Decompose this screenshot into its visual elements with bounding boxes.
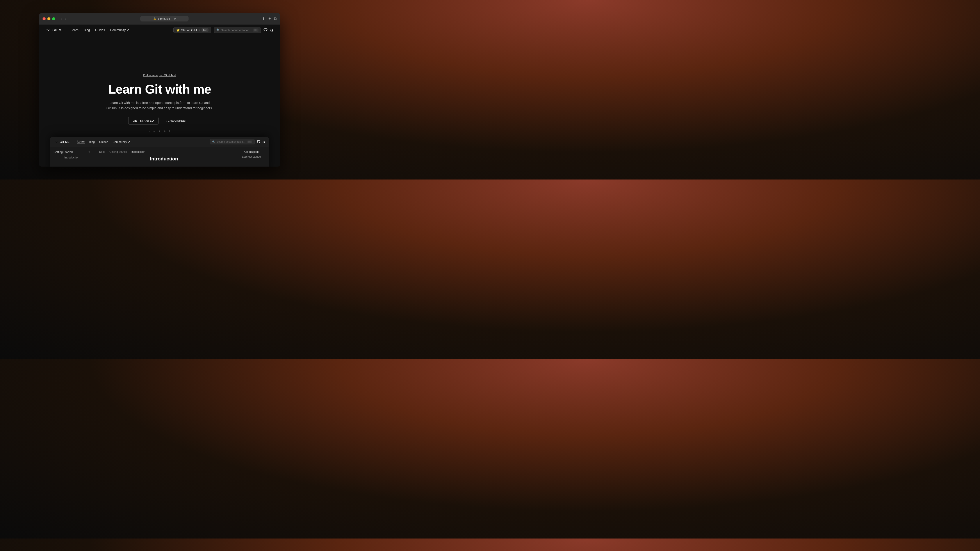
- share-button[interactable]: ⬆: [262, 16, 265, 21]
- docs-nav-right: 🔍 Search documentation... ⌘k ◑: [210, 139, 265, 144]
- breadcrumb: Docs › Getting Started › Introduction: [99, 150, 229, 153]
- terminal-command: ~ git init: [153, 130, 170, 133]
- site-content: ⌥ GIT ME Learn Blog Guides Community ↗ ⭐…: [39, 25, 280, 167]
- maximize-button[interactable]: [52, 17, 55, 21]
- terminal-hint: >_ ~ git init: [149, 130, 170, 133]
- nav-link-community[interactable]: Community ↗: [110, 28, 129, 32]
- site-navbar: ⌥ GIT ME Learn Blog Guides Community ↗ ⭐…: [39, 25, 280, 36]
- docs-logo-text: GIT ME: [60, 140, 70, 144]
- browser-actions: ⬆ + ⧉: [262, 16, 277, 21]
- tabs-button[interactable]: ⧉: [274, 16, 277, 21]
- docs-navbar: ⌥ GIT ME Learn Blog Guides Community ↗ 🔍…: [50, 137, 269, 147]
- docs-search-icon: 🔍: [212, 140, 215, 143]
- sidebar-chevron-icon: ∨: [88, 151, 90, 153]
- url-input[interactable]: 🔒 gitme.live ↻: [140, 16, 189, 21]
- docs-nav-community[interactable]: Community ↗: [113, 140, 130, 144]
- theme-toggle-icon[interactable]: ◑: [270, 28, 273, 32]
- reload-icon[interactable]: ↻: [173, 17, 176, 21]
- minimize-button[interactable]: [47, 17, 51, 21]
- nav-arrows: ‹ ›: [60, 16, 67, 21]
- nav-link-blog[interactable]: Blog: [84, 28, 90, 32]
- docs-nav-guides[interactable]: Guides: [99, 140, 108, 144]
- sidebar-section-title: Getting Started: [54, 150, 73, 154]
- nav-links: Learn Blog Guides Community ↗: [71, 28, 173, 32]
- browser-window: ‹ › 🔒 gitme.live ↻ ⬆ + ⧉ ⌥ GIT ME Learn: [39, 13, 280, 167]
- breadcrumb-getting-started[interactable]: Getting Started: [110, 150, 127, 153]
- docs-main-content: Docs › Getting Started › Introduction In…: [94, 147, 234, 167]
- search-icon: 🔍: [216, 29, 220, 32]
- browser-titlebar: ‹ › 🔒 gitme.live ↻ ⬆ + ⧉: [39, 13, 280, 25]
- logo-text: GIT ME: [52, 28, 64, 32]
- docs-theme-icon[interactable]: ◑: [262, 140, 265, 144]
- docs-page-title: Introduction: [99, 156, 229, 162]
- hero-buttons: GET STARTED ↓ CHEATSHEET: [128, 117, 191, 124]
- docs-nav-learn[interactable]: Learn: [77, 140, 84, 144]
- breadcrumb-current: Introduction: [131, 150, 145, 153]
- github-star-icon: ⭐: [176, 29, 180, 32]
- github-icon[interactable]: [264, 28, 267, 33]
- star-github-button[interactable]: ⭐ Star on GitHub 148: [173, 27, 212, 33]
- nav-link-learn[interactable]: Learn: [71, 28, 78, 32]
- nav-link-guides[interactable]: Guides: [95, 28, 105, 32]
- forward-button[interactable]: ›: [64, 16, 67, 21]
- docs-search-shortcut: ⌘k: [247, 140, 252, 143]
- docs-body: Getting Started ∨ Introduction Docs › Ge…: [50, 147, 269, 167]
- star-count: 148: [202, 28, 208, 32]
- docs-logo[interactable]: ⌥ GIT ME: [54, 140, 70, 144]
- logo-icon: ⌥: [46, 28, 51, 32]
- back-button[interactable]: ‹: [60, 16, 62, 21]
- address-bar: 🔒 gitme.live ↻: [70, 16, 259, 21]
- site-logo[interactable]: ⌥ GIT ME: [46, 28, 64, 32]
- docs-preview-window: ⌥ GIT ME Learn Blog Guides Community ↗ 🔍…: [50, 137, 269, 167]
- close-button[interactable]: [43, 17, 46, 21]
- new-tab-button[interactable]: +: [268, 16, 271, 21]
- star-button-label: Star on GitHub: [181, 29, 200, 32]
- search-shortcut: ⌘k: [253, 29, 259, 32]
- breadcrumb-separator-1: ›: [107, 151, 108, 153]
- sidebar-item-introduction[interactable]: Introduction: [54, 156, 90, 160]
- nav-right: ⭐ Star on GitHub 148 🔍 Search documentat…: [173, 27, 273, 33]
- sidebar-section-getting-started[interactable]: Getting Started ∨: [54, 150, 90, 154]
- url-text: gitme.live: [158, 17, 170, 21]
- on-page-link-0[interactable]: Let's get started!: [238, 155, 266, 158]
- cheatsheet-button[interactable]: ↓ CHEATSHEET: [161, 117, 191, 124]
- breadcrumb-docs[interactable]: Docs: [99, 150, 105, 153]
- search-placeholder: Search documentation...: [221, 29, 252, 32]
- docs-github-icon[interactable]: [257, 140, 260, 144]
- hero-description: Learn Git with me is a free and open-sou…: [105, 100, 215, 111]
- terminal-prefix: >_: [149, 130, 152, 133]
- hero-title: Learn Git with me: [108, 82, 211, 96]
- github-follow-link[interactable]: Follow along on GitHub ↗: [143, 74, 176, 77]
- lock-icon: 🔒: [153, 17, 156, 21]
- on-this-page-panel: On this page Let's get started!: [234, 147, 269, 167]
- docs-nav-blog[interactable]: Blog: [89, 140, 95, 144]
- breadcrumb-separator-2: ›: [129, 151, 130, 153]
- traffic-lights: [43, 17, 55, 21]
- docs-search-placeholder: Search documentation...: [216, 140, 245, 143]
- docs-search-bar[interactable]: 🔍 Search documentation... ⌘k: [210, 139, 255, 144]
- on-page-title: On this page: [238, 150, 266, 153]
- hero-section: Follow along on GitHub ↗ Learn Git with …: [39, 36, 280, 167]
- get-started-button[interactable]: GET STARTED: [128, 117, 159, 124]
- docs-sidebar: Getting Started ∨ Introduction: [50, 147, 94, 167]
- docs-logo-icon: ⌥: [54, 140, 58, 144]
- search-bar[interactable]: 🔍 Search documentation... ⌘k: [214, 27, 261, 33]
